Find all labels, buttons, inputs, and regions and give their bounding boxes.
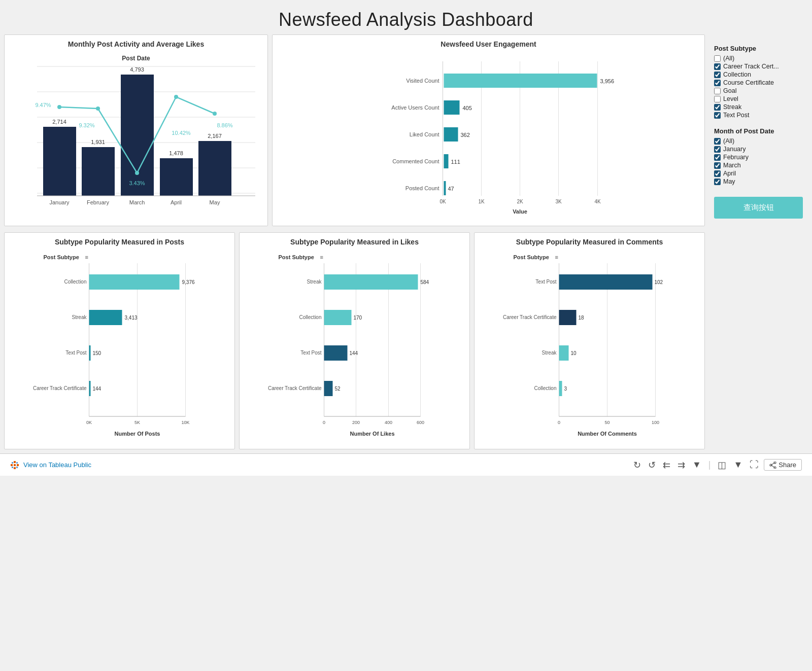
val-streak-posts: 3,413: [125, 315, 138, 321]
filter-february[interactable]: February: [714, 153, 803, 161]
checkbox-text-post[interactable]: [714, 112, 721, 119]
post-subtype-filter-title: Post Subtype: [714, 45, 803, 52]
checkbox-all-subtype[interactable]: [714, 55, 721, 62]
monthly-chart-title: Monthly Post Activity and Average Likes: [12, 40, 260, 48]
checkbox-all-month[interactable]: [714, 138, 721, 145]
posts-x-axis-label: Number Of Posts: [115, 431, 160, 437]
x-label-may: May: [210, 199, 220, 205]
pct-may: 8.86%: [217, 122, 232, 128]
filter-career-track[interactable]: Career Track Cert...: [714, 62, 803, 70]
bar-ctc-comments: [559, 310, 577, 325]
label-collection-likes: Collection: [299, 314, 322, 320]
label-ctc-posts: Career Track Certificate: [33, 385, 87, 391]
bar-label-march: 4,793: [130, 66, 144, 73]
subtype-posts-panel: Subtype Popularity Measured in Posts Pos…: [4, 232, 235, 449]
label-visited: Visited Count: [406, 78, 439, 84]
filter-text-post[interactable]: Text Post: [714, 111, 803, 119]
val-textpost-comments: 102: [655, 279, 663, 285]
page-title: Newsfeed Analysis Dashboard: [0, 0, 812, 34]
tick-5k-posts: 5K: [134, 420, 140, 425]
bar-ctc-posts: [89, 381, 91, 396]
tableau-icon: [10, 461, 19, 470]
checkbox-goal[interactable]: [714, 88, 721, 94]
filter-january[interactable]: January: [714, 145, 803, 153]
embed-button[interactable]: ◫: [716, 458, 728, 472]
filter-level[interactable]: Level: [714, 95, 803, 103]
footer: View on Tableau Public ↻ ↺ ⇇ ⇉ ▼ | ◫ ▼ ⛶…: [0, 453, 812, 476]
label-ctc-comments: Career Track Certificate: [503, 314, 557, 320]
filter-collection[interactable]: Collection: [714, 70, 803, 79]
checkbox-may[interactable]: [714, 179, 721, 185]
monthly-chart-panel: Monthly Post Activity and Average Likes …: [4, 34, 268, 226]
checkbox-level[interactable]: [714, 96, 721, 102]
label-goal: Goal: [723, 87, 736, 94]
fullscreen-button[interactable]: ⛶: [748, 458, 761, 471]
svg-rect-25: [14, 461, 16, 463]
checkbox-career-track[interactable]: [714, 63, 721, 70]
label-may: May: [723, 178, 735, 185]
x-label-feb: February: [87, 199, 110, 205]
checkbox-march[interactable]: [714, 162, 721, 169]
filter-march[interactable]: March: [714, 161, 803, 169]
label-all-subtype: (All): [723, 55, 734, 62]
filter-goal[interactable]: Goal: [714, 87, 803, 95]
dropdown-button[interactable]: ▼: [690, 458, 703, 471]
filter-april[interactable]: April: [714, 169, 803, 178]
embed-dropdown-button[interactable]: ▼: [731, 458, 745, 471]
label-collection-comments: Collection: [534, 385, 557, 391]
checkbox-april[interactable]: [714, 170, 721, 177]
val-collection-comments: 3: [564, 386, 567, 392]
bar-collection-posts: [89, 274, 180, 290]
label-active: Active Users Count: [391, 104, 439, 111]
monthly-chart-svg: Post Date 2,714 9.47%: [12, 51, 260, 219]
tableau-link[interactable]: View on Tableau Public: [10, 461, 91, 470]
filter-all-month[interactable]: (All): [714, 137, 803, 145]
filter-course-cert[interactable]: Course Certificate: [714, 79, 803, 87]
bar-visited: [444, 74, 597, 88]
bar-april: [160, 158, 193, 196]
svg-rect-26: [11, 464, 13, 466]
engagement-chart-panel: Newsfeed User Engagement: [272, 34, 705, 226]
bar-label-february: 1,931: [91, 139, 105, 145]
svg-rect-27: [17, 464, 19, 466]
subtype-likes-title: Subtype Popularity Measured in Likes: [247, 238, 462, 246]
filter-all-subtype[interactable]: (All): [714, 54, 803, 62]
svg-rect-29: [14, 464, 16, 466]
tick-0-comments: 0: [558, 420, 560, 425]
label-collection-posts: Collection: [64, 279, 87, 285]
tick-2k: 2K: [517, 199, 523, 204]
engagement-x-axis-label: Value: [513, 208, 527, 215]
share-button[interactable]: Share: [764, 459, 802, 471]
val-textpost-likes: 144: [350, 350, 358, 356]
query-button[interactable]: 查询按钮: [714, 197, 803, 219]
undo-button[interactable]: ↻: [631, 458, 643, 472]
redo-button[interactable]: ↺: [646, 458, 658, 472]
checkbox-february[interactable]: [714, 154, 721, 161]
val-visited: 3,956: [600, 78, 615, 84]
label-course-cert: Course Certificate: [723, 79, 774, 86]
checkbox-streak[interactable]: [714, 104, 721, 111]
filter-icon-posts: ≡: [85, 254, 88, 260]
bar-streak-comments: [559, 345, 569, 361]
forward-button[interactable]: ⇉: [675, 458, 687, 472]
pct-march: 3.43%: [129, 180, 145, 186]
filter-may[interactable]: May: [714, 178, 803, 186]
label-ctc-likes: Career Track Certificate: [268, 385, 322, 391]
svg-rect-33: [16, 467, 18, 468]
val-ctc-posts: 144: [93, 386, 101, 392]
post-date-label: Post Date: [122, 55, 150, 62]
checkbox-collection[interactable]: [714, 72, 721, 78]
subtype-comments-title: Subtype Popularity Measured in Comments: [482, 238, 697, 246]
val-collection-posts: 9,376: [182, 279, 195, 285]
filter-streak[interactable]: Streak: [714, 103, 803, 111]
checkbox-january[interactable]: [714, 146, 721, 153]
x-label-mar: March: [129, 199, 145, 205]
back-button[interactable]: ⇇: [661, 458, 672, 472]
subtype-likes-svg: Post Subtype ≡ Streak 584 Collec: [247, 249, 462, 442]
bar-collection-likes: [324, 310, 352, 325]
filter-icon-comments: ≡: [555, 254, 558, 260]
bar-collection-comments: [559, 381, 562, 396]
label-february: February: [723, 154, 749, 161]
checkbox-course-cert[interactable]: [714, 80, 721, 86]
label-january: January: [723, 146, 746, 153]
